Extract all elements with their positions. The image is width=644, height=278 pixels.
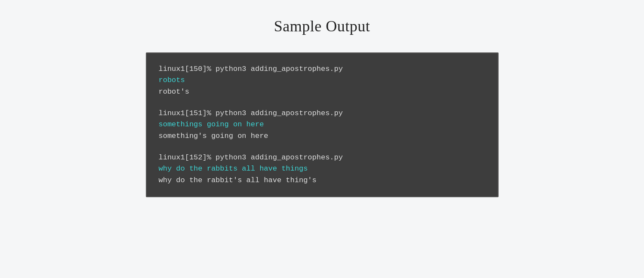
- terminal-output: linux1[150]% python3 adding_apostrophes.…: [146, 52, 499, 197]
- output-line-2: something's going on here: [159, 131, 486, 142]
- terminal-block-1: linux1[150]% python3 adding_apostrophes.…: [159, 64, 486, 98]
- page-title: Sample Output: [274, 17, 370, 35]
- input-line-2: somethings going on here: [159, 119, 486, 130]
- terminal-block-2: linux1[151]% python3 adding_apostrophes.…: [159, 108, 486, 142]
- cmd-line-2: linux1[151]% python3 adding_apostrophes.…: [159, 108, 486, 119]
- terminal-block-3: linux1[152]% python3 adding_apostrophes.…: [159, 152, 486, 186]
- cmd-line-1: linux1[150]% python3 adding_apostrophes.…: [159, 64, 486, 75]
- output-line-3: why do the rabbit's all have thing's: [159, 175, 486, 186]
- output-line-1: robot's: [159, 86, 486, 98]
- cmd-line-3: linux1[152]% python3 adding_apostrophes.…: [159, 152, 486, 163]
- input-line-3: why do the rabbits all have things: [159, 163, 486, 174]
- input-line-1: robots: [159, 75, 486, 86]
